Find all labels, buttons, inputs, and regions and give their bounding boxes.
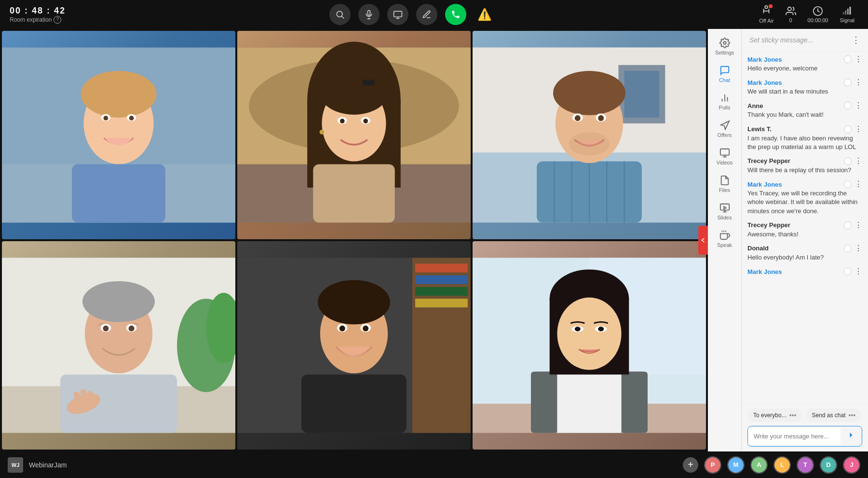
message-sender: Mark Jones [747,56,782,63]
svg-rect-12 [847,9,849,15]
sidebar-item-offers[interactable]: Offers [710,116,739,142]
chat-footer: To everybo... ••• Send as chat ••• [742,403,868,451]
end-call-button[interactable] [445,4,466,25]
send-more-icon: ••• [848,411,855,419]
message-more-button[interactable]: ⋮ [854,221,862,229]
message-select-circle[interactable] [844,157,852,165]
participant-avatar[interactable]: P [704,456,721,474]
sidebar-item-slides[interactable]: Slides [710,199,739,224]
controls-bar: ⚠️ [329,4,495,25]
sidebar-item-videos[interactable]: Videos [710,144,739,169]
message-more-button[interactable]: ⋮ [854,157,862,165]
draw-button[interactable] [416,4,437,25]
people-count[interactable]: 0 [786,6,796,23]
search-button[interactable] [329,4,351,25]
message-more-button[interactable]: ⋮ [854,79,862,86]
participant-avatar[interactable]: A [750,456,768,474]
message-select-circle[interactable] [844,221,852,229]
message-text: We will start in a few minutes [747,87,862,96]
message-text: Will there be a replay of this session? [747,166,862,175]
message-actions: ⋮ [844,245,862,252]
message-select-circle[interactable] [844,180,852,188]
sidebar-item-polls[interactable]: Polls [710,89,739,114]
svg-rect-88 [557,371,621,433]
message-select-circle[interactable] [844,55,852,63]
off-air-button[interactable]: Off Air [759,5,773,24]
participant-avatar[interactable]: D [820,456,837,474]
signal-strength: Signal [840,6,854,23]
svg-rect-2 [368,11,370,15]
svg-point-35 [363,119,368,123]
message-select-circle[interactable] [844,245,852,252]
message-select-circle[interactable] [844,125,852,133]
right-panel: Settings Chat Polls [708,29,868,451]
chat-message: Mark Jones ⋮ We will start in a few minu… [747,79,862,96]
chat-message: Trecey Pepper ⋮ Will there be a replay o… [747,157,862,175]
message-header: Mark Jones ⋮ [747,268,862,275]
svg-marker-102 [724,206,726,209]
chat-message: Donald ⋮ Hello everybody! Am I late? [747,245,862,262]
participant-avatar[interactable]: T [797,456,814,474]
warning-button[interactable]: ⚠️ [474,4,495,25]
message-more-button[interactable]: ⋮ [854,55,862,63]
chat-options-button[interactable]: ⋮ [852,35,860,45]
participant-avatar[interactable]: M [727,456,745,474]
svg-rect-71 [415,264,468,273]
help-icon[interactable]: ? [54,16,61,24]
sidebar-item-settings[interactable]: Settings [710,34,739,59]
svg-rect-40 [624,71,660,118]
sidebar-nav: Settings Chat Polls [708,29,742,451]
chat-input-area [747,426,862,447]
chat-message: Mark Jones ⋮ Hello everyone, welcome [747,55,862,73]
participant-avatar[interactable]: J [843,456,860,474]
svg-rect-86 [531,371,557,433]
svg-rect-68 [87,391,93,410]
message-more-button[interactable]: ⋮ [854,180,862,188]
svg-rect-11 [845,10,846,14]
webinarjam-logo: WJ [8,457,23,473]
video-tile [473,31,706,239]
chat-message: Lewis T. ⋮ I am ready. I have also been … [747,125,862,151]
files-label: Files [719,187,730,193]
message-select-circle[interactable] [844,268,852,275]
send-chat-label: Send as chat [812,412,845,419]
video-tile [2,241,235,450]
top-right-stats: Off Air 0 00:00:00 S [759,5,858,24]
message-more-button[interactable]: ⋮ [854,268,862,275]
chat-message: Mark Jones ⋮ Yes Tracey, we will be reco… [747,180,862,216]
message-sender: Lewis T. [747,125,772,133]
message-more-button[interactable]: ⋮ [854,102,862,109]
message-actions: ⋮ [844,180,862,188]
screen-share-button[interactable] [387,4,408,25]
message-text: Hello everyone, welcome [747,64,862,73]
chat-message-input[interactable] [748,428,841,445]
message-select-circle[interactable] [844,102,852,109]
collapse-panel-button[interactable] [698,226,708,255]
message-select-circle[interactable] [844,79,852,86]
svg-rect-5 [394,11,402,17]
svg-rect-18 [72,164,165,223]
add-participant-button[interactable]: + [683,457,698,473]
svg-point-21 [104,116,108,121]
sidebar-item-files[interactable]: Files [710,171,739,197]
message-more-button[interactable]: ⋮ [854,125,862,133]
svg-point-36 [320,130,325,135]
participant-avatar[interactable]: L [773,456,791,474]
svg-rect-31 [313,164,394,223]
send-as-chat-button[interactable]: Send as chat ••• [806,409,861,422]
sidebar-item-speak[interactable]: Speak [710,226,739,252]
mic-button[interactable] [358,4,380,25]
message-text: Yes Tracey, we will be recording the who… [747,189,862,216]
recipient-selector-button[interactable]: To everybo... ••• [747,409,802,422]
sidebar-item-chat[interactable]: Chat [710,61,739,87]
top-bar: 00 : 48 : 42 Room expiration ? [0,0,868,29]
video-grid [0,29,708,451]
message-more-button[interactable]: ⋮ [854,245,862,252]
message-header: Mark Jones ⋮ [747,55,862,63]
send-message-button[interactable] [841,426,862,446]
bottom-bar: WJ WebinarJam + P M A L T D J [0,451,868,478]
timer: 00 : 48 : 42 [10,6,66,16]
chat-recipients-row: To everybo... ••• Send as chat ••• [747,409,862,422]
svg-line-1 [342,16,344,19]
svg-point-52 [598,115,604,121]
